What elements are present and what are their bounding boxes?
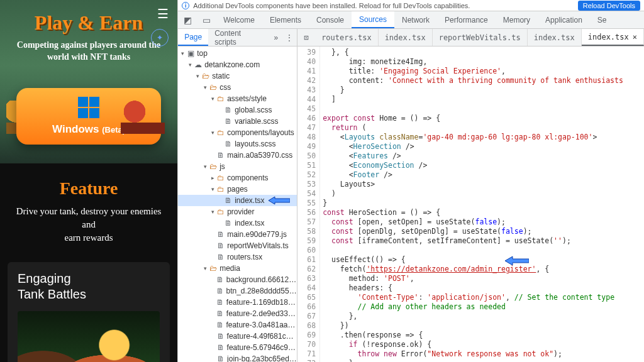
info-icon: i	[182, 2, 189, 9]
annotation-arrow-tree	[269, 195, 290, 206]
tree-node[interactable]: 🗎feature-1.169db18d2a	[178, 297, 297, 308]
tree-node[interactable]: 🗎feature-4.49f681c46e	[178, 331, 297, 342]
feature-card-image	[18, 311, 160, 362]
hero-title: Play & Earn	[0, 0, 177, 35]
tree-node[interactable]: 🗎layouts.scss	[178, 138, 297, 150]
tree-node[interactable]: 🗎btn_d.28e8dddd555a3	[178, 285, 297, 297]
reload-devtools-button[interactable]: Reload DevTools	[578, 1, 640, 11]
hero-subtitle: Competing against players around the wor…	[0, 40, 177, 63]
tree-node[interactable]: ▸🗀components	[178, 172, 297, 184]
tree-node[interactable]: 🗎reportWebVitals.ts	[178, 240, 297, 251]
website-preview: ☰ ✦ Play & Earn Competing against player…	[0, 0, 177, 362]
devtools-tab-sources[interactable]: Sources	[352, 11, 394, 28]
navigator-toggle-icon[interactable]: ⊡	[297, 29, 315, 46]
tree-node[interactable]: 🗎join-bg.2a3bc65edca	[178, 353, 297, 362]
editor-tab[interactable]: index.tsx	[379, 29, 433, 46]
svg-marker-0	[269, 197, 290, 204]
feature-card-title: Engaging Tank Battles	[18, 271, 160, 302]
sources-sidebar-tabs: Page Content scripts » ⋮	[178, 29, 297, 47]
tree-node[interactable]: 🗎feature-2.de9ed33714	[178, 308, 297, 319]
page-tab[interactable]: Page	[178, 29, 208, 46]
tree-node[interactable]: 🗎main.e90de779.js	[178, 229, 297, 240]
devtools-main-tabs: ◩ ▭ WelcomeElementsConsoleSourcesNetwork…	[178, 11, 644, 29]
tree-node[interactable]: 🗎index.tsx	[178, 195, 297, 206]
hamburger-icon[interactable]: ☰	[157, 6, 169, 21]
devtools-tab-performance[interactable]: Performance	[437, 11, 496, 28]
hero-section: ☰ ✦ Play & Earn Competing against player…	[0, 0, 177, 163]
devtools-tab-memory[interactable]: Memory	[496, 11, 538, 28]
tree-node[interactable]: ▾▣top	[178, 48, 297, 59]
devtools-tab-application[interactable]: Application	[538, 11, 590, 28]
windows-button-label: Windows (Beta)	[52, 123, 125, 136]
tree-node[interactable]: 🗎index.tsx	[178, 217, 297, 229]
kebab-icon[interactable]: ⋮	[282, 29, 297, 46]
devtools-notice-bar: i Additional DevTools components have be…	[178, 0, 644, 11]
code-content[interactable]: }, { img: monetize4Img, title: 'Engaging…	[320, 47, 644, 362]
devtools-tab-elements[interactable]: Elements	[262, 11, 309, 28]
feature-subtitle: Drive your tank, destroy your enemies an…	[13, 205, 165, 244]
devtools-tab-welcome[interactable]: Welcome	[216, 11, 262, 28]
editor-tab[interactable]: reportWebVitals.ts	[433, 29, 528, 46]
feature-section: Feature Drive your tank, destroy your en…	[0, 163, 177, 251]
tree-node[interactable]: 🗎global.scss	[178, 104, 297, 116]
tree-node[interactable]: ▾☁detankzone.com	[178, 59, 297, 70]
tree-node[interactable]: 🗎variable.scss	[178, 116, 297, 127]
editor-tab[interactable]: routers.tsx	[315, 29, 378, 46]
tree-node[interactable]: 🗎routers.tsx	[178, 251, 297, 263]
editor-tab[interactable]: index.tsx	[528, 29, 582, 46]
file-tree[interactable]: ▾▣top▾☁detankzone.com▾🗁static▾🗁css▾🗀asse…	[178, 47, 297, 362]
devtools-tab-se[interactable]: Se	[590, 11, 614, 28]
tree-node[interactable]: 🗎feature-3.0a481aac1f3	[178, 319, 297, 331]
devtools-panel: i Additional DevTools components have be…	[177, 0, 644, 362]
close-icon[interactable]: ×	[633, 33, 637, 41]
tree-node[interactable]: ▾🗁js	[178, 161, 297, 172]
tree-node[interactable]: ▾🗁static	[178, 70, 297, 82]
feature-card: Engaging Tank Battles	[8, 262, 170, 362]
tree-node[interactable]: ▾🗁media	[178, 263, 297, 274]
more-tabs-icon[interactable]: »	[270, 29, 282, 46]
notice-text: Additional DevTools components have been…	[193, 2, 574, 9]
tree-node[interactable]: ▾🗁css	[178, 82, 297, 93]
source-editor: ⊡ routers.tsxindex.tsxreportWebVitals.ts…	[297, 29, 644, 362]
editor-tabs: ⊡ routers.tsxindex.tsxreportWebVitals.ts…	[297, 29, 644, 47]
devtools-tab-network[interactable]: Network	[394, 11, 437, 28]
tree-node[interactable]: ▾🗀components/layouts	[178, 127, 297, 138]
code-area[interactable]: 39 40 41 42 43 44 45 46 47 48 49 50 51 5…	[297, 47, 644, 362]
tree-node[interactable]: 🗎background.66612c6b	[178, 274, 297, 285]
devtools-tab-console[interactable]: Console	[309, 11, 352, 28]
tree-node[interactable]: 🗎feature-5.67946c9ddf	[178, 342, 297, 353]
svg-marker-1	[505, 256, 529, 265]
editor-tab[interactable]: index.tsx×	[582, 29, 644, 46]
sources-sidebar: Page Content scripts » ⋮ ▾▣top▾☁detankzo…	[178, 29, 297, 362]
lens-icon[interactable]: ✦	[151, 29, 169, 47]
inspect-icon[interactable]: ◩	[178, 11, 197, 28]
content-scripts-tab[interactable]: Content scripts	[208, 29, 270, 46]
tree-node[interactable]: ▾🗀provider	[178, 206, 297, 217]
tree-node[interactable]: ▾🗀pages	[178, 184, 297, 195]
windows-logo-icon	[78, 97, 99, 118]
windows-download-button[interactable]: Windows (Beta)	[16, 88, 161, 145]
tree-node[interactable]: 🗎main.a0a53970.css	[178, 150, 297, 161]
tree-node[interactable]: ▾🗀assets/style	[178, 93, 297, 104]
device-toolbar-icon[interactable]: ▭	[197, 11, 216, 28]
annotation-arrow-code	[505, 255, 529, 268]
line-gutter: 39 40 41 42 43 44 45 46 47 48 49 50 51 5…	[297, 47, 320, 362]
feature-title: Feature	[13, 178, 165, 199]
